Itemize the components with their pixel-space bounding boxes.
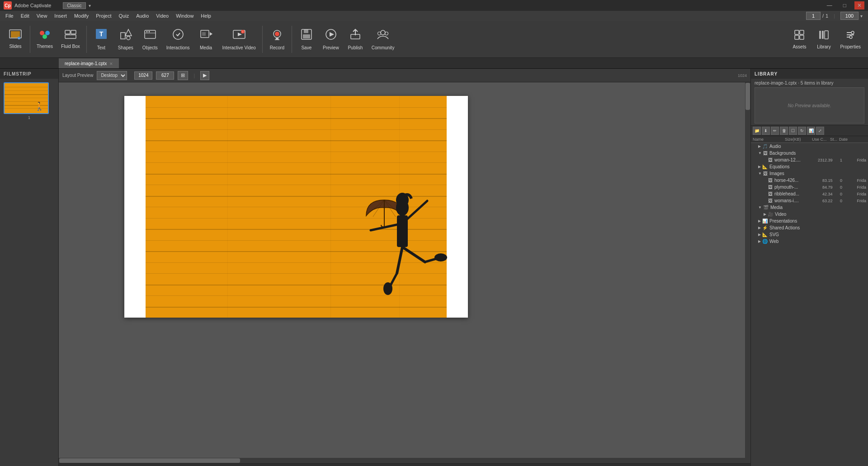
canvas-height-input[interactable] <box>156 71 174 80</box>
save-button[interactable]: Save <box>295 23 318 56</box>
preview-button[interactable]: Preview <box>319 23 343 56</box>
classic-dropdown-icon[interactable]: ▾ <box>89 3 91 8</box>
fluidbox-button[interactable]: Fluid Box <box>57 23 84 56</box>
page-separator: / <box>822 13 824 19</box>
media-label: Media <box>200 45 212 50</box>
vertical-scrollbar-thumb[interactable] <box>745 83 750 110</box>
library-item-web[interactable]: ▶ 🌐 Web <box>751 238 868 245</box>
current-page-input[interactable] <box>806 12 821 20</box>
library-button[interactable]: Library <box>812 23 835 56</box>
title-bar-left: Cp Adobe Captivate Classic ▾ <box>4 1 91 10</box>
record-button[interactable]: Record <box>265 23 289 56</box>
lib-edit-button[interactable]: ✏ <box>771 127 779 135</box>
library-item-ribblehead[interactable]: 🖼 ribblehead... 42.34 0 Frida <box>751 190 868 197</box>
plymouth-use: 0 <box>834 185 848 190</box>
horizontal-scrollbar[interactable] <box>59 458 745 463</box>
lib-import-button[interactable]: ⬇ <box>762 127 770 135</box>
library-item-woman12[interactable]: 🖼 woman-12.... 2312.39 1 Frida <box>751 157 868 163</box>
menu-insert[interactable]: Insert <box>51 11 71 21</box>
lib-col-date[interactable]: Date <box>839 137 866 142</box>
mini-figure-icon: 🚶 <box>34 101 44 111</box>
library-item-images[interactable]: ▼ 🖼 Images <box>751 170 868 177</box>
layout-select[interactable]: Desktop Mobile Tablet <box>97 71 127 80</box>
library-item-shared-actions[interactable]: ▶ ⚡ Shared Actions <box>751 224 868 231</box>
lib-new-folder-button[interactable]: 📁 <box>753 127 761 135</box>
woman12-image-icon: 🖼 <box>768 157 773 162</box>
library-item-plymouth[interactable]: 🖼 plymouth-... 84.79 0 Frida <box>751 184 868 190</box>
web-arrow-icon: ▶ <box>758 239 761 243</box>
canvas-fit-button[interactable]: ⊞ <box>178 71 188 80</box>
vertical-scrollbar[interactable] <box>745 82 750 463</box>
lib-expand-button[interactable]: ⤢ <box>816 127 824 135</box>
classic-mode-label: Classic <box>63 2 85 9</box>
library-item-presentations[interactable]: ▶ 📊 Presentations <box>751 218 868 224</box>
menu-window[interactable]: Window <box>172 11 197 21</box>
svg-text:T: T <box>99 30 104 38</box>
shapes-button[interactable]: Shapes <box>114 23 137 56</box>
menu-project[interactable]: Project <box>92 11 115 21</box>
objects-button[interactable]: Objects <box>138 23 162 56</box>
menu-help[interactable]: Help <box>197 11 215 21</box>
lib-refresh-button[interactable]: ↻ <box>798 127 806 135</box>
menu-edit[interactable]: Edit <box>17 11 33 21</box>
menu-file[interactable]: File <box>2 11 17 21</box>
svg-rect-32 <box>304 29 308 33</box>
assets-button[interactable]: Assets <box>788 23 811 56</box>
close-button[interactable]: ✕ <box>854 1 864 10</box>
zoom-dropdown-icon[interactable]: ▾ <box>860 14 863 19</box>
document-tab[interactable]: replace-image-1.cptx ✕ <box>59 58 119 68</box>
tab-close-button[interactable]: ✕ <box>109 62 113 66</box>
fluidbox-icon <box>64 29 77 42</box>
library-item-video[interactable]: ▶ 🎥 Video <box>751 211 868 218</box>
library-panel: LIBRARY replace-image-1.cptx · 5 items i… <box>750 69 868 466</box>
library-item-horse426[interactable]: 🖼 horse-426... 83.15 0 Frida <box>751 177 868 184</box>
horizontal-scrollbar-thumb[interactable] <box>59 458 240 463</box>
menu-video[interactable]: Video <box>152 11 172 21</box>
equations-folder-icon: 📐 <box>762 164 768 169</box>
svg-rect-44 <box>819 31 821 39</box>
library-item-svg[interactable]: ▶ 📐 SVG <box>751 231 868 238</box>
lib-select-all-button[interactable]: ☐ <box>789 127 797 135</box>
library-item-audio[interactable]: ▶ 🎵 Audio <box>751 143 868 150</box>
maximize-button[interactable]: □ <box>840 1 849 10</box>
svg-line-62 <box>397 247 402 273</box>
library-item-backgrounds[interactable]: ▼ 🖼 Backgrounds <box>751 150 868 157</box>
svg-point-17 <box>146 31 147 33</box>
record-icon <box>271 28 283 43</box>
properties-icon <box>845 29 856 43</box>
community-button[interactable]: Community <box>368 23 398 56</box>
menu-audio[interactable]: Audio <box>132 11 152 21</box>
menu-view[interactable]: View <box>33 11 51 21</box>
slide-canvas[interactable] <box>124 96 468 318</box>
library-item-equations[interactable]: ▶ 📐 Equations <box>751 163 868 170</box>
svg-rect-33 <box>303 34 310 38</box>
library-table-header: Name Size(KB) Use C... St... Date <box>751 136 868 143</box>
text-button[interactable]: T Text <box>90 23 113 56</box>
canvas-width-input[interactable] <box>134 71 152 80</box>
minimize-button[interactable]: — <box>824 1 835 10</box>
presentations-folder-icon: 📊 <box>762 219 768 223</box>
lib-col-name[interactable]: Name <box>753 137 785 142</box>
lib-usage-button[interactable]: 📊 <box>807 127 815 135</box>
interactions-button[interactable]: Interactions <box>163 23 193 56</box>
lib-col-size[interactable]: Size(KB) <box>785 137 812 142</box>
zoom-level-input[interactable] <box>840 12 859 20</box>
properties-button[interactable]: Properties <box>836 23 864 56</box>
lib-col-st[interactable]: St... <box>830 137 839 142</box>
slide-thumbnail-1[interactable]: 🚶 <box>4 82 49 114</box>
themes-button[interactable]: Themes <box>33 23 57 56</box>
svg-rect-42 <box>795 35 799 39</box>
menu-modify[interactable]: Modify <box>71 11 92 21</box>
canvas-play-button[interactable]: ▶ <box>200 71 209 80</box>
canvas-main <box>59 82 750 463</box>
menu-quiz[interactable]: Quiz <box>115 11 133 21</box>
publish-button[interactable]: Publish <box>344 23 367 56</box>
library-title: LIBRARY <box>755 71 778 76</box>
interactive-video-button[interactable]: ! Interactive Video <box>219 23 259 56</box>
lib-delete-button[interactable]: 🗑 <box>780 127 788 135</box>
library-item-womansi[interactable]: 🖼 womans-i.... 63.22 0 Frida <box>751 197 868 204</box>
slides-button[interactable]: + Slides <box>4 23 27 56</box>
media-button[interactable]: Media <box>194 23 218 56</box>
lib-col-use[interactable]: Use C... <box>812 137 830 142</box>
library-item-media[interactable]: ▼ 🎬 Media <box>751 204 868 211</box>
